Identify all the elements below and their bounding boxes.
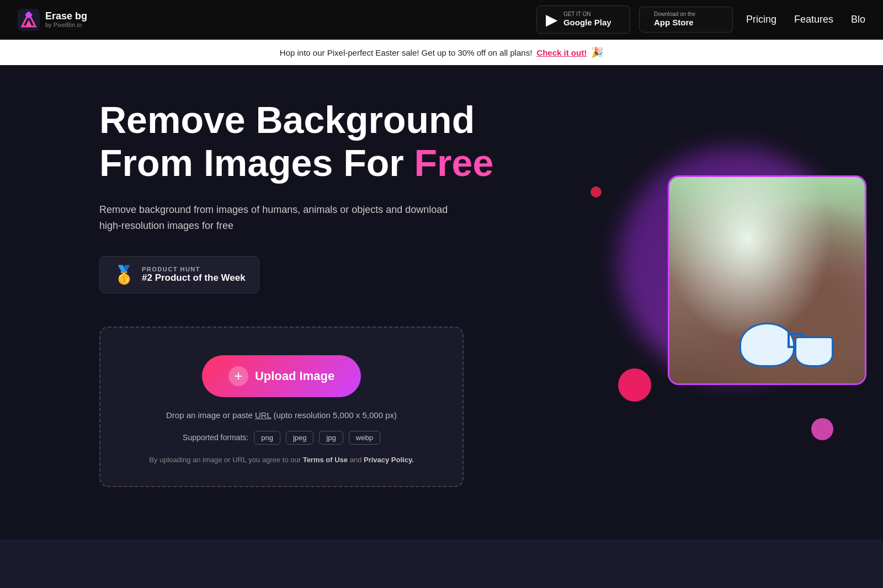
google-play-text: GET IT ON Google Play bbox=[563, 12, 611, 28]
dot-red bbox=[591, 186, 602, 197]
hero-title-line1: Remove Background bbox=[99, 99, 475, 141]
format-webp: webp bbox=[349, 431, 380, 445]
upload-url-link[interactable]: URL bbox=[255, 410, 271, 420]
upload-button[interactable]: + Upload Image bbox=[202, 355, 361, 397]
tea-set-illustration bbox=[701, 256, 833, 367]
product-hunt-badge[interactable]: 🥇 PRODUCT HUNT #2 Product of the Week bbox=[99, 256, 259, 293]
product-image-inner bbox=[669, 177, 865, 383]
tea-pot-shape bbox=[740, 323, 795, 367]
terms-of-use-link[interactable]: Terms of Use bbox=[303, 456, 348, 464]
hero-content: Remove Background From Images For Free R… bbox=[99, 98, 574, 517]
logo-subtitle: by PixelBin.io bbox=[45, 22, 87, 28]
formats-label: Supported formats: bbox=[183, 433, 248, 442]
announcement-emoji: 🎉 bbox=[591, 46, 603, 58]
store-buttons: ▶ GET IT ON Google Play Download on the … bbox=[536, 6, 733, 34]
format-png: png bbox=[254, 431, 280, 445]
announcement-bar: Hop into our Pixel-perfect Easter sale! … bbox=[0, 40, 883, 65]
nav-features[interactable]: Features bbox=[794, 14, 833, 25]
announcement-text: Hop into our Pixel-perfect Easter sale! … bbox=[280, 48, 532, 57]
app-store-text: Download on the App Store bbox=[654, 12, 695, 28]
upload-hint-plain: Drop an image or paste bbox=[166, 410, 255, 420]
hero-title-accent: Free bbox=[414, 142, 494, 184]
ph-label: PRODUCT HUNT bbox=[142, 266, 246, 272]
upload-area: + Upload Image Drop an image or paste UR… bbox=[99, 327, 464, 487]
logo-area[interactable]: Erase bg by PixelBin.io bbox=[18, 9, 87, 31]
terms-text: By uploading an image or URL you agree t… bbox=[123, 456, 440, 464]
google-play-button[interactable]: ▶ GET IT ON Google Play bbox=[536, 6, 630, 34]
tea-cup-shape bbox=[795, 336, 833, 367]
upload-hint-suffix: (upto resolution 5,000 x 5,000 px) bbox=[271, 410, 397, 420]
nav-links: Pricing Features Blo bbox=[746, 14, 865, 25]
logo-text: Erase bg by PixelBin.io bbox=[45, 11, 87, 29]
ph-rank: #2 Product of the Week bbox=[142, 272, 246, 284]
ph-text: PRODUCT HUNT #2 Product of the Week bbox=[142, 266, 246, 284]
logo-icon bbox=[18, 9, 40, 31]
terms-plain: By uploading an image or URL you agree t… bbox=[149, 456, 302, 464]
product-image-frame bbox=[668, 175, 866, 385]
dot-pink-large bbox=[618, 368, 651, 402]
announcement-link[interactable]: Check it out! bbox=[536, 48, 587, 57]
format-jpeg: jpeg bbox=[286, 431, 314, 445]
formats-row: Supported formats: png jpeg jpg webp bbox=[123, 431, 440, 445]
hero-description: Remove background from images of humans,… bbox=[99, 202, 464, 234]
google-play-icon: ▶ bbox=[546, 10, 558, 29]
hero-section: Remove Background From Images For Free R… bbox=[0, 65, 883, 539]
logo-title: Erase bg bbox=[45, 11, 87, 22]
dot-pink-small bbox=[811, 418, 833, 440]
upload-plus-icon: + bbox=[228, 366, 248, 386]
nav-blog[interactable]: Blo bbox=[851, 14, 865, 25]
ph-medal-icon: 🥇 bbox=[113, 264, 135, 285]
format-jpg: jpg bbox=[319, 431, 343, 445]
upload-button-label: Upload Image bbox=[255, 369, 334, 383]
navbar: Erase bg by PixelBin.io ▶ GET IT ON Goog… bbox=[0, 0, 883, 40]
nav-pricing[interactable]: Pricing bbox=[746, 14, 776, 25]
privacy-policy-link[interactable]: Privacy Policy. bbox=[364, 456, 414, 464]
hero-title: Remove Background From Images For Free bbox=[99, 98, 574, 184]
upload-hint: Drop an image or paste URL (upto resolut… bbox=[123, 410, 440, 420]
terms-and: and bbox=[348, 456, 364, 464]
app-store-button[interactable]: Download on the App Store bbox=[639, 7, 733, 33]
hero-title-line2-plain: From Images For bbox=[99, 142, 414, 184]
